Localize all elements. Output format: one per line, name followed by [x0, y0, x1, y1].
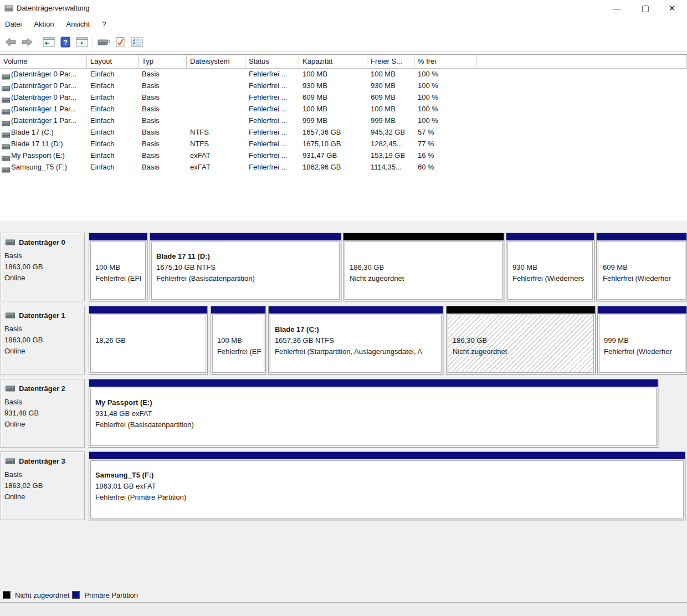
disk-info: Basis1863,00 GBOnline	[4, 324, 43, 357]
table-row[interactable]: (Datenträger 1 Par...EinfachBasisFehlerf…	[0, 103, 687, 115]
primary-partition-stripe	[598, 306, 686, 314]
partition-name	[95, 251, 144, 262]
disk-info-line: Basis	[4, 250, 43, 261]
disk-label-1[interactable]: Datenträger 1Basis1863,00 GBOnline	[1, 306, 85, 374]
disk-info-line: Online	[4, 273, 43, 284]
partition-size: 100 MB	[95, 262, 144, 273]
column-header-status[interactable]: Status	[245, 55, 299, 68]
volume-table-body: (Datenträger 0 Par...EinfachBasisFehlerf…	[0, 68, 687, 173]
table-row[interactable]: (Datenträger 0 Par...EinfachBasisFehlerf…	[0, 80, 687, 91]
partition-status: Fehlerfrei (Wiederher	[604, 346, 684, 357]
cell--frei: 100 %	[414, 91, 476, 103]
properties-list-icon[interactable]	[130, 35, 144, 49]
partition-body: 930 MBFehlerfrei (Wiederhers	[507, 242, 593, 300]
partition-size: 930 MB	[512, 262, 591, 273]
column-header--frei[interactable]: % frei	[414, 55, 476, 68]
partition[interactable]: 100 MBFehlerfrei (EF	[211, 306, 266, 374]
partition-status: Fehlerfrei (Wiederhers	[512, 273, 591, 284]
partition[interactable]: Samsung_T5 (F:)1863,01 GB exFATFehlerfre…	[89, 451, 685, 520]
column-header-freier-s-[interactable]: Freier S...	[367, 55, 414, 68]
partition[interactable]: 609 MBFehlerfrei (Wiederher	[596, 233, 687, 301]
maximize-button[interactable]: ▢	[633, 0, 658, 17]
partition-text: 609 MBFehlerfrei (Wiederher	[603, 251, 684, 284]
menu-item-ansicht[interactable]: Ansicht	[60, 18, 96, 30]
cell-kapazit-t: 609 MB	[299, 91, 367, 103]
cell-freier-s-: 609 MB	[367, 91, 414, 103]
table-row[interactable]: Blade 17 (C:)EinfachBasisNTFSFehlerfrei …	[0, 126, 687, 138]
column-header-layout[interactable]: Layout	[87, 55, 139, 68]
partition-name	[512, 251, 591, 262]
disk-info-line: 1863,02 GB	[4, 480, 43, 491]
forward-icon[interactable]	[20, 35, 34, 49]
back-icon[interactable]	[3, 35, 18, 49]
table-row[interactable]: (Datenträger 0 Par...EinfachBasisFehlerf…	[0, 91, 687, 103]
table-row[interactable]: Blade 17 11 (D:)EinfachBasisNTFSFehlerfr…	[0, 138, 687, 150]
cell-typ: Basis	[139, 115, 187, 126]
disk-label-0[interactable]: Datenträger 0Basis1863,00 GBOnline	[1, 233, 85, 301]
partition-name	[604, 324, 684, 335]
cell-dateisystem	[187, 68, 245, 80]
volume-list-pane: VolumeLayoutTypDateisystemStatusKapazitä…	[0, 52, 687, 220]
show-action-pane-icon[interactable]	[75, 35, 89, 49]
cell-typ: Basis	[139, 161, 187, 173]
partition-status: Fehlerfrei (EF	[217, 346, 263, 357]
primary-partition-stripe	[89, 379, 658, 387]
partition-size: 931,48 GB exFAT	[95, 408, 655, 419]
partition[interactable]: 100 MBFehlerfrei (EFI	[89, 233, 147, 301]
column-header-blank[interactable]	[476, 55, 687, 68]
partition-body: 999 MBFehlerfrei (Wiederher	[599, 315, 685, 373]
partition-name: Blade 17 11 (D:)	[156, 251, 338, 262]
disk-row-2: Datenträger 2Basis931,48 GBOnlineMy Pass…	[0, 379, 687, 449]
primary-partition-stripe	[89, 452, 685, 459]
partition-body: 186,30 GBNicht zugeordnet	[448, 315, 594, 373]
partition[interactable]: My Passport (E:)931,48 GB exFATFehlerfre…	[89, 379, 658, 448]
table-row[interactable]: Samsung_T5 (F:)EinfachBasisexFATFehlerfr…	[0, 161, 687, 173]
show-console-tree-icon[interactable]	[42, 35, 56, 49]
menu-item-?[interactable]: ?	[96, 18, 112, 30]
close-button[interactable]: ✕	[659, 0, 685, 17]
menu-item-aktion[interactable]: Aktion	[28, 18, 60, 30]
disk-device-icon[interactable]	[96, 35, 111, 49]
disk-label-3[interactable]: Datenträger 3Basis1863,02 GBOnline	[1, 451, 85, 520]
column-header-dateisystem[interactable]: Dateisystem	[187, 55, 245, 68]
partition-unallocated[interactable]: 186,30 GBNicht zugeordnet	[343, 233, 504, 301]
cell-layout: Einfach	[87, 103, 139, 115]
cell-dateisystem	[187, 115, 245, 126]
help-icon[interactable]: ?	[58, 35, 73, 49]
partition-status	[95, 346, 204, 357]
cell--frei: 16 %	[414, 150, 476, 161]
cell-volume: My Passport (E:)	[0, 150, 87, 161]
column-header-kapazit-t[interactable]: Kapazität	[299, 55, 367, 68]
partition[interactable]: Blade 17 (C:)1657,36 GB NTFSFehlerfrei (…	[268, 306, 443, 374]
column-header-volume[interactable]: Volume	[0, 55, 87, 68]
partition-name	[217, 324, 263, 335]
cell-volume: Blade 17 (C:)	[0, 126, 87, 138]
table-row[interactable]: (Datenträger 0 Par...EinfachBasisFehlerf…	[0, 68, 687, 80]
minimize-button[interactable]: —	[604, 0, 629, 17]
disk-name: Datenträger 1	[6, 311, 65, 320]
disk-name: Datenträger 0	[6, 238, 65, 247]
cell-dateisystem	[187, 91, 245, 103]
cell-volume: (Datenträger 1 Par...	[0, 115, 87, 126]
disk-info-line: Basis	[4, 469, 43, 480]
cell-status: Fehlerfrei ...	[245, 138, 299, 150]
partition-size: 999 MB	[604, 335, 684, 346]
partition[interactable]: Blade 17 11 (D:)1675,10 GB NTFSFehlerfre…	[150, 233, 341, 301]
table-row[interactable]: (Datenträger 1 Par...EinfachBasisFehlerf…	[0, 115, 687, 126]
partition[interactable]: 930 MBFehlerfrei (Wiederhers	[506, 233, 594, 301]
check-document-icon[interactable]	[113, 35, 127, 49]
partition-text: Blade 17 11 (D:)1675,10 GB NTFSFehlerfre…	[156, 251, 338, 284]
cell-typ: Basis	[139, 150, 187, 161]
partition-unallocated-selected[interactable]: 186,30 GBNicht zugeordnet	[446, 306, 596, 374]
disk-label-2[interactable]: Datenträger 2Basis931,48 GBOnline	[1, 379, 85, 448]
column-header-typ[interactable]: Typ	[139, 55, 187, 68]
disk-info-line: Basis	[4, 324, 43, 335]
menu-item-datei[interactable]: Datei	[0, 18, 28, 30]
cell-typ: Basis	[139, 68, 187, 80]
cell-layout: Einfach	[87, 80, 139, 91]
partition[interactable]: 999 MBFehlerfrei (Wiederher	[597, 306, 687, 374]
partition-body: Samsung_T5 (F:)1863,01 GB exFATFehlerfre…	[90, 460, 684, 519]
table-row[interactable]: My Passport (E:)EinfachBasisexFATFehlerf…	[0, 150, 687, 161]
partition[interactable]: 18,26 GB	[89, 306, 208, 374]
cell-layout: Einfach	[87, 126, 139, 138]
